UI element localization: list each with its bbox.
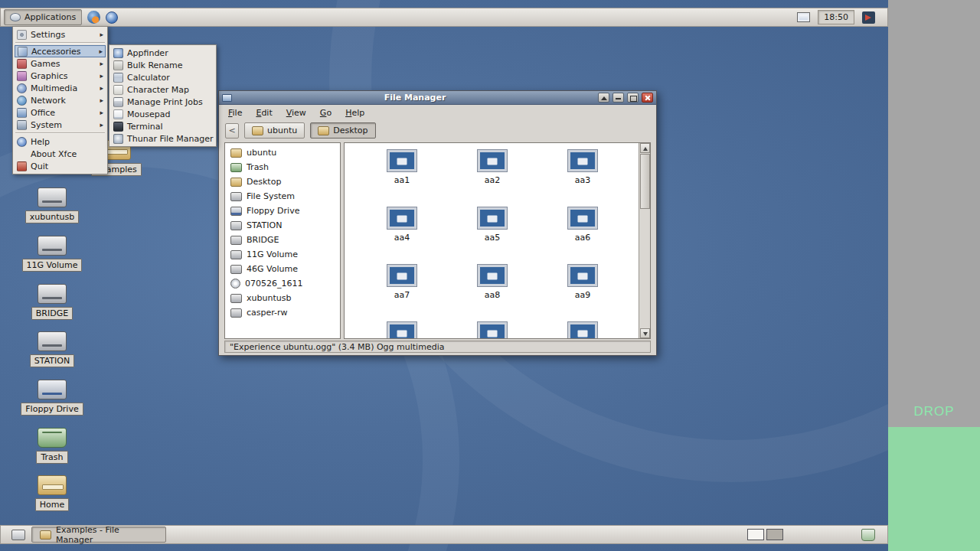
display-settings-icon[interactable] — [797, 12, 810, 22]
close-button[interactable] — [642, 93, 653, 103]
submenu-item-label: Calculator — [127, 73, 212, 83]
file-item[interactable] — [447, 322, 537, 338]
menubar-item[interactable]: Go — [314, 106, 338, 119]
applications-menu-item[interactable]: Accessories ▸ — [15, 45, 106, 57]
applications-menu-item[interactable]: Settings ▸ — [15, 28, 106, 41]
applications-menu-item[interactable]: Office ▸ — [15, 106, 106, 119]
file-item[interactable]: aa1 — [357, 150, 447, 207]
sidebar-item[interactable]: xubuntusb — [225, 291, 340, 305]
submenu-item[interactable]: Mousepad — [111, 108, 214, 120]
scroll-down-icon[interactable] — [640, 328, 650, 338]
desktop-icon[interactable]: xubuntusb — [21, 187, 83, 223]
trash-applet-icon[interactable] — [861, 529, 875, 541]
file-item[interactable]: aa9 — [537, 265, 628, 322]
vertical-scrollbar[interactable] — [639, 143, 650, 338]
file-item[interactable]: aa2 — [447, 150, 537, 207]
taskbar-button[interactable]: Examples - File Manager — [31, 527, 166, 543]
submenu-item[interactable]: Character Map — [111, 83, 214, 96]
desktop-icon[interactable]: BRIDGE — [21, 284, 83, 320]
file-label: aa9 — [575, 290, 590, 300]
image-file-icon — [478, 207, 507, 229]
submenu-item-icon — [113, 73, 123, 83]
submenu-item[interactable]: Thunar File Manager — [111, 132, 214, 145]
sidebar-item[interactable]: Trash — [225, 160, 340, 174]
file-label: aa2 — [485, 175, 500, 185]
file-item[interactable]: aa5 — [447, 207, 537, 265]
applications-menu-item[interactable]: System ▸ — [15, 119, 106, 131]
sidebar-item[interactable]: casper-rw — [225, 305, 340, 320]
scroll-up-icon[interactable] — [640, 143, 650, 153]
desktop-icon[interactable]: 11G Volume — [21, 236, 83, 272]
file-item[interactable]: aa6 — [537, 207, 628, 265]
applications-menu-item[interactable] — [15, 42, 105, 44]
sidebar-item[interactable]: BRIDGE — [225, 233, 340, 247]
sidebar-item-icon — [230, 236, 242, 245]
applications-menu-item[interactable]: Help — [15, 135, 106, 148]
file-manager-launcher-icon[interactable] — [11, 530, 25, 540]
path-button-desktop[interactable]: Desktop — [310, 122, 375, 139]
submenu-item[interactable]: Calculator — [111, 71, 214, 83]
sidebar-item[interactable]: Desktop — [225, 174, 340, 189]
applications-menu-item[interactable]: Games ▸ — [15, 57, 106, 70]
applications-menu-item[interactable]: Graphics ▸ — [15, 70, 106, 82]
sidebar-item-icon — [230, 192, 242, 201]
file-item[interactable]: aa4 — [357, 207, 447, 265]
drop-zone[interactable] — [888, 427, 980, 551]
firefox-icon — [87, 11, 100, 24]
menubar-item[interactable]: File — [222, 106, 248, 119]
file-item[interactable]: aa7 — [357, 265, 447, 322]
menubar-item[interactable]: View — [280, 106, 312, 119]
submenu-arrow-icon: ▸ — [97, 121, 103, 129]
menu-item-label: Graphics — [31, 71, 93, 81]
sidebar-item[interactable]: Floppy Drive — [225, 204, 340, 218]
maximize-button[interactable] — [627, 93, 639, 103]
sidebar-item-icon — [230, 178, 242, 187]
desktop-icon[interactable]: Home — [21, 475, 83, 511]
applications-menu-item[interactable]: Network ▸ — [15, 94, 106, 106]
scrollbar-thumb[interactable] — [640, 154, 650, 209]
desktop-icon[interactable]: Trash — [21, 428, 83, 464]
desktop-icon-graphic — [38, 331, 67, 351]
menu-item-icon — [17, 120, 27, 130]
applications-menu-item[interactable]: Quit — [15, 160, 106, 172]
top-panel: Applications 18:50 — [0, 8, 888, 27]
sidebar-item-icon — [230, 250, 242, 259]
desktop-icon[interactable]: STATION — [21, 331, 83, 367]
path-button-ubuntu[interactable]: ubuntu — [244, 122, 305, 139]
applications-menu-item[interactable]: Multimedia ▸ — [15, 82, 106, 94]
menubar-item[interactable]: Help — [339, 106, 371, 119]
desktop-icon-graphic — [38, 428, 67, 448]
shade-button[interactable] — [598, 93, 609, 103]
desktop-icon-label: 11G Volume — [22, 259, 83, 272]
submenu-item[interactable]: Manage Print Jobs — [111, 96, 214, 108]
sidebar-item[interactable]: 11G Volume — [225, 247, 340, 262]
back-button[interactable]: < — [225, 123, 239, 139]
sidebar-item[interactable]: File System — [225, 189, 340, 204]
menubar-item[interactable]: Edit — [250, 106, 278, 119]
applications-menu-item[interactable]: About Xfce — [15, 148, 106, 160]
sidebar-item[interactable]: 070526_1611 — [225, 276, 340, 291]
submenu-arrow-icon: ▸ — [96, 47, 103, 55]
file-item[interactable] — [357, 322, 447, 338]
file-item[interactable] — [537, 322, 628, 338]
menu-item-icon — [17, 83, 27, 93]
file-item[interactable]: aa3 — [537, 150, 628, 207]
sidebar-item[interactable]: ubuntu — [225, 145, 340, 160]
file-item[interactable]: aa8 — [447, 265, 537, 322]
sidebar-item[interactable]: 46G Volume — [225, 262, 340, 276]
minimize-button[interactable] — [612, 93, 624, 103]
submenu-item[interactable]: Bulk Rename — [111, 59, 214, 71]
submenu-item[interactable]: Terminal — [111, 120, 214, 132]
menu-item-icon — [17, 161, 27, 171]
applications-menu-button[interactable]: Applications — [4, 9, 82, 25]
workspace-1[interactable] — [747, 529, 764, 540]
window-titlebar[interactable]: File Manager — [219, 91, 656, 105]
submenu-item[interactable]: Appfinder — [111, 47, 214, 59]
logout-icon[interactable] — [862, 11, 875, 24]
firefox-launcher[interactable] — [87, 11, 100, 24]
sidebar-item[interactable]: STATION — [225, 218, 340, 233]
desktop-icon[interactable]: Floppy Drive — [21, 380, 83, 416]
help-launcher[interactable] — [106, 11, 118, 24]
workspace-2[interactable] — [766, 529, 783, 540]
applications-menu-item[interactable] — [15, 132, 105, 134]
